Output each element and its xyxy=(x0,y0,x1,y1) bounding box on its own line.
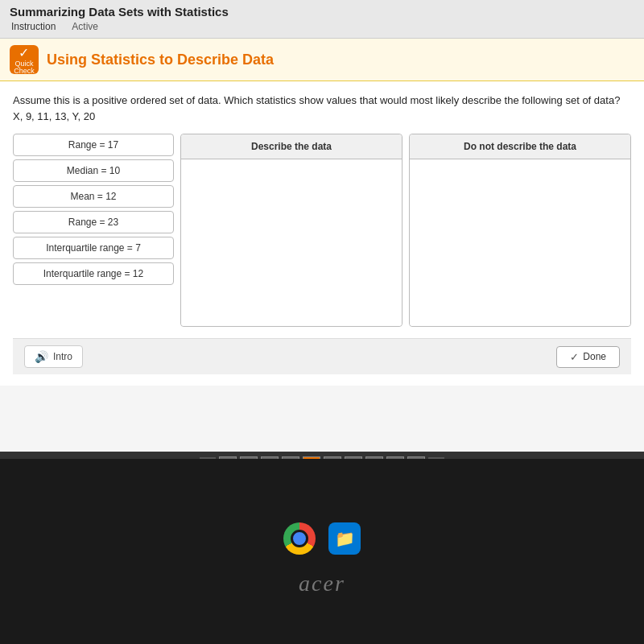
dnd-container: Range = 17 Median = 10 Mean = 12 Range =… xyxy=(13,134,631,327)
content-area: Summarizing Data Sets with Statistics In… xyxy=(0,0,644,459)
nav-tabs: Instruction Active xyxy=(10,20,634,33)
drop-zone-describe-body[interactable] xyxy=(181,159,402,326)
drop-zone-not-describe[interactable]: Do not describe the data xyxy=(409,134,631,327)
done-check-icon: ✓ xyxy=(570,351,579,363)
taskbar-icons: 📁 xyxy=(283,522,361,555)
drag-item-6[interactable]: Interquartile range = 12 xyxy=(13,262,174,285)
laptop-bottom: 📁 acer xyxy=(0,459,644,644)
drag-item-3[interactable]: Mean = 12 xyxy=(13,185,174,208)
drop-zone-describe[interactable]: Describe the data xyxy=(180,134,402,327)
files-icon[interactable]: 📁 xyxy=(328,522,361,555)
bottom-bar: 🔊 Intro ✓ Done xyxy=(13,338,631,374)
drag-item-2[interactable]: Median = 10 xyxy=(13,159,174,182)
chrome-icon[interactable] xyxy=(283,522,316,555)
intro-button-label: Intro xyxy=(53,351,72,362)
tab-instruction[interactable]: Instruction xyxy=(10,20,57,33)
tab-active[interactable]: Active xyxy=(70,20,100,33)
intro-button[interactable]: 🔊 Intro xyxy=(24,345,83,368)
quick-check-label: QuickCheck xyxy=(14,60,35,75)
quick-check-title: Using Statistics to Describe Data xyxy=(47,52,274,68)
drop-zone-not-describe-header: Do not describe the data xyxy=(410,134,630,159)
drag-item-1[interactable]: Range = 17 xyxy=(13,134,174,156)
screen: Summarizing Data Sets with Statistics In… xyxy=(0,0,644,644)
done-button[interactable]: ✓ Done xyxy=(556,346,620,368)
question-text: Assume this is a positive ordered set of… xyxy=(13,93,631,124)
header-bar: Summarizing Data Sets with Statistics In… xyxy=(0,0,644,39)
drag-item-4[interactable]: Range = 23 xyxy=(13,211,174,233)
drop-zone-describe-header: Describe the data xyxy=(181,134,402,159)
brand-text: acer xyxy=(299,571,345,597)
done-button-label: Done xyxy=(583,351,606,362)
main-content: Assume this is a positive ordered set of… xyxy=(0,81,644,386)
quick-check-banner: ✓ QuickCheck Using Statistics to Describ… xyxy=(0,39,644,81)
page-title: Summarizing Data Sets with Statistics xyxy=(10,5,634,19)
speaker-icon: 🔊 xyxy=(35,350,48,363)
drag-item-5[interactable]: Interquartile range = 7 xyxy=(13,237,174,259)
items-column: Range = 17 Median = 10 Mean = 12 Range =… xyxy=(13,134,174,327)
drop-zone-not-describe-body[interactable] xyxy=(410,159,630,326)
quick-check-icon: ✓ QuickCheck xyxy=(10,45,39,74)
